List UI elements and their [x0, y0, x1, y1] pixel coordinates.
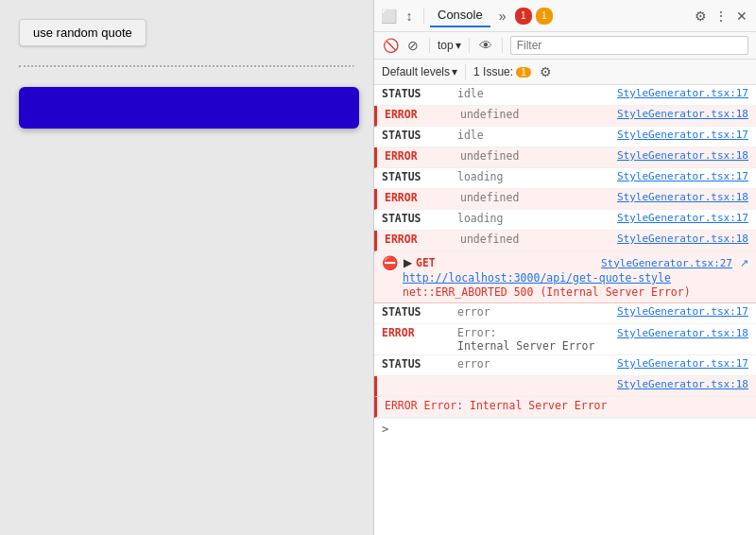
row-link[interactable]: StyleGenerator.tsx:17 — [617, 357, 748, 370]
get-row-top: ⛔ ▶ GET StyleGenerator.tsx:27 ↗ — [382, 255, 748, 270]
get-method-label: GET — [416, 256, 436, 269]
row-value: loading — [457, 170, 617, 183]
row-label: ERROR — [385, 191, 460, 204]
row-value: undefined — [460, 108, 617, 121]
devtools-panel: ⬜ ↕ Console » 1 1 ⚙ ⋮ ✕ 🚫 ⊘ top ▾ 👁 Defa… — [373, 0, 756, 535]
error-badge: 1 — [515, 8, 532, 25]
row-label: ERROR — [382, 326, 457, 339]
context-value: top — [438, 39, 454, 52]
console-row: ERROR undefined StyleGenerator.tsx:18 — [374, 231, 756, 251]
levels-label: Default levels — [382, 65, 450, 78]
console-row: ERROR undefined StyleGenerator.tsx:18 — [374, 147, 756, 168]
network-icon[interactable]: ↕ — [401, 8, 418, 25]
console-row: STATUS loading StyleGenerator.tsx:17 — [374, 210, 756, 231]
console-row: STATUS idle StyleGenerator.tsx:17 — [374, 127, 756, 147]
row-label: STATUS — [382, 87, 457, 100]
toolbar-sep-2 — [429, 38, 430, 53]
row-label: STATUS — [382, 170, 457, 183]
row-label: ERROR — [385, 149, 460, 163]
console-row: STATUS loading StyleGenerator.tsx:17 — [374, 168, 756, 189]
console-prompt: > — [374, 418, 756, 440]
close-icon[interactable]: ✕ — [733, 8, 750, 25]
console-row: STATUS error StyleGenerator.tsx:17 — [374, 355, 756, 376]
external-link-icon[interactable]: ↗ — [740, 257, 748, 269]
console-row: StyleGenerator.tsx:18 — [374, 376, 756, 397]
more-tabs-icon[interactable]: » — [494, 8, 511, 25]
toolbar-sep-4 — [502, 38, 503, 53]
use-random-quote-button[interactable]: use random quote — [19, 19, 146, 46]
row-link[interactable]: StyleGenerator.tsx:18 — [617, 378, 748, 390]
prompt-chevron: > — [382, 423, 388, 436]
console-row: STATUS idle StyleGenerator.tsx:17 — [374, 85, 756, 106]
levels-selector[interactable]: Default levels ▾ — [382, 65, 457, 78]
row-label: ERROR — [385, 233, 460, 246]
left-panel: use random quote — [0, 0, 373, 535]
context-selector[interactable]: top ▾ — [438, 39, 461, 52]
row-label: STATUS — [382, 129, 457, 142]
levels-chevron: ▾ — [452, 65, 457, 78]
issues-label-text: 1 Issue: — [473, 65, 513, 78]
filter-icon[interactable]: ⊘ — [404, 37, 421, 54]
row-value: idle — [457, 87, 617, 100]
row-value: Error: — [457, 326, 617, 339]
toolbar-sep-3 — [469, 38, 470, 53]
get-url[interactable]: http://localhost:3000/api/get-quote-styl… — [403, 271, 728, 285]
row-link[interactable]: StyleGenerator.tsx:18 — [617, 108, 748, 120]
console-row-multi: ERROR Error: StyleGenerator.tsx:18 Inter… — [374, 324, 756, 355]
dotted-divider — [19, 65, 354, 68]
row-link[interactable]: StyleGenerator.tsx:18 — [617, 149, 748, 162]
row-link[interactable]: StyleGenerator.tsx:17 — [617, 129, 748, 141]
row-link[interactable]: StyleGenerator.tsx:18 — [617, 327, 748, 339]
row-link[interactable]: StyleGenerator.tsx:18 — [617, 191, 748, 203]
error-full-text: ERROR Error: Internal Server Error — [385, 399, 607, 412]
context-chevron: ▾ — [455, 39, 461, 52]
devtools-top-toolbar: ⬜ ↕ Console » 1 1 ⚙ ⋮ ✕ — [374, 0, 756, 32]
row-link[interactable]: StyleGenerator.tsx:17 — [617, 170, 748, 182]
warning-badge: 1 — [536, 8, 553, 25]
row-label: STATUS — [382, 357, 457, 371]
issues-count-badge: 1 — [516, 67, 531, 78]
row-link[interactable]: StyleGenerator.tsx:17 — [617, 212, 748, 224]
settings-icon[interactable]: ⚙ — [692, 8, 709, 25]
get-error-text: net::ERR_ABORTED 500 (Internal Server Er… — [403, 285, 691, 299]
toolbar-sep-1 — [423, 9, 424, 24]
row-link[interactable]: StyleGenerator.tsx:18 — [617, 233, 748, 245]
toolbar-sep-5 — [465, 64, 466, 79]
elements-icon[interactable]: ⬜ — [380, 8, 397, 25]
row-value: error — [457, 357, 617, 371]
row-label: STATUS — [382, 305, 457, 319]
console-row: ERROR undefined StyleGenerator.tsx:18 — [374, 106, 756, 127]
more-options-icon[interactable]: ⋮ — [713, 8, 730, 25]
row-link[interactable]: StyleGenerator.tsx:17 — [617, 87, 748, 99]
expand-arrow[interactable]: ▶ — [404, 256, 412, 269]
row-top: ERROR Error: StyleGenerator.tsx:18 — [382, 326, 748, 339]
eye-icon[interactable]: 👁 — [477, 37, 494, 54]
devtools-second-toolbar: 🚫 ⊘ top ▾ 👁 — [374, 32, 756, 60]
row-value: error — [457, 305, 617, 319]
filter-input[interactable] — [510, 36, 748, 55]
console-row: ERROR undefined StyleGenerator.tsx:18 — [374, 189, 756, 210]
row-value: undefined — [460, 233, 617, 246]
devtools-third-toolbar: Default levels ▾ 1 Issue: 1 ⚙ — [374, 60, 756, 85]
console-content: STATUS idle StyleGenerator.tsx:17 ERROR … — [374, 85, 756, 535]
get-error-block: ⛔ ▶ GET StyleGenerator.tsx:27 ↗ http://l… — [374, 251, 756, 303]
clear-console-icon[interactable]: 🚫 — [382, 37, 399, 54]
row-link[interactable]: StyleGenerator.tsx:17 — [617, 305, 748, 318]
console-row: STATUS error StyleGenerator.tsx:17 — [374, 303, 756, 324]
row-value: loading — [457, 212, 617, 225]
error-circle-icon: ⛔ — [382, 255, 398, 270]
row-value: idle — [457, 129, 617, 142]
issues-settings-icon[interactable]: ⚙ — [537, 63, 554, 80]
row-label: STATUS — [382, 212, 457, 225]
issue-badge: 1 Issue: 1 — [473, 65, 531, 78]
console-row-error-text: ERROR Error: Internal Server Error — [374, 397, 756, 418]
row-continuation: Internal Server Error — [382, 339, 748, 353]
row-value: undefined — [460, 191, 617, 204]
blue-bar — [19, 87, 359, 129]
row-label: ERROR — [385, 108, 460, 121]
tab-console[interactable]: Console — [430, 4, 490, 27]
row-value: undefined — [460, 149, 617, 163]
get-source-link[interactable]: StyleGenerator.tsx:27 — [601, 257, 732, 269]
